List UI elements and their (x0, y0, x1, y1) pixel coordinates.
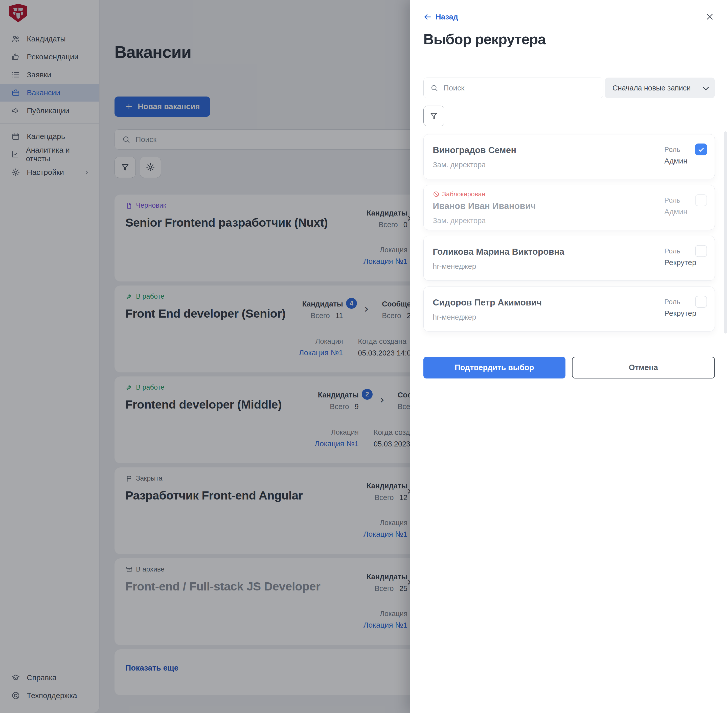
recruiter-name: Сидоров Петр Акимович (433, 297, 542, 307)
recruiter-picker-panel: Назад Выбор рекрутера Сначала новые запи… (410, 0, 728, 713)
recruiter-filter-button[interactable] (423, 106, 444, 126)
recruiter-position: Зам. директора (433, 216, 486, 225)
confirm-button[interactable]: Подтвердить выбор (423, 357, 565, 379)
chevron-down-icon (703, 84, 709, 90)
back-button[interactable]: Назад (423, 13, 458, 21)
recruiter-position: hr-менеджер (433, 313, 476, 321)
recruiter-name: Виноградов Семен (433, 145, 516, 155)
recruiter-card[interactable]: Заблокирован Иванов Иван Иванович Зам. д… (423, 185, 715, 230)
panel-title: Выбор рекрутера (423, 31, 546, 48)
recruiter-checkbox[interactable] (695, 194, 707, 206)
recruiter-checkbox[interactable] (695, 143, 707, 155)
recruiter-list: Виноградов Семен Зам. директора Роль Адм… (423, 134, 715, 331)
sort-value: Сначала новые записи (613, 84, 691, 92)
ban-icon (433, 191, 439, 198)
check-icon (697, 146, 705, 154)
recruiter-name: Иванов Иван Иванович (433, 201, 536, 211)
recruiter-role: Роль Админ (664, 196, 687, 216)
arrow-left-icon (423, 13, 432, 21)
recruiter-position: hr-менеджер (433, 262, 476, 271)
recruiter-name: Голикова Марина Викторовна (433, 247, 564, 257)
recruiter-card[interactable]: Сидоров Петр Акимович hr-менеджер Роль Р… (423, 286, 715, 331)
recruiter-card[interactable]: Виноградов Семен Зам. директора Роль Адм… (423, 134, 715, 179)
recruiter-card[interactable]: Голикова Марина Викторовна hr-менеджер Р… (423, 236, 715, 281)
cancel-button[interactable]: Отмена (572, 357, 715, 379)
recruiter-search (423, 78, 603, 98)
recruiter-role: Роль Рекрутер (664, 298, 697, 318)
search-icon (430, 84, 438, 92)
recruiter-role: Роль Админ (664, 146, 687, 165)
recruiter-role: Роль Рекрутер (664, 247, 697, 267)
recruiter-checkbox[interactable] (695, 296, 707, 308)
recruiter-search-input[interactable] (443, 84, 596, 92)
recruiter-position: Зам. директора (433, 161, 486, 169)
funnel-icon (429, 112, 438, 121)
panel-actions: Подтвердить выбор Отмена (423, 357, 715, 379)
sort-dropdown[interactable]: Сначала новые записи (605, 78, 715, 98)
modal-overlay[interactable] (0, 0, 410, 713)
recruiter-checkbox[interactable] (695, 245, 707, 257)
panel-scrollbar[interactable] (724, 131, 727, 334)
close-icon[interactable] (705, 12, 715, 22)
blocked-status: Заблокирован (433, 190, 485, 198)
